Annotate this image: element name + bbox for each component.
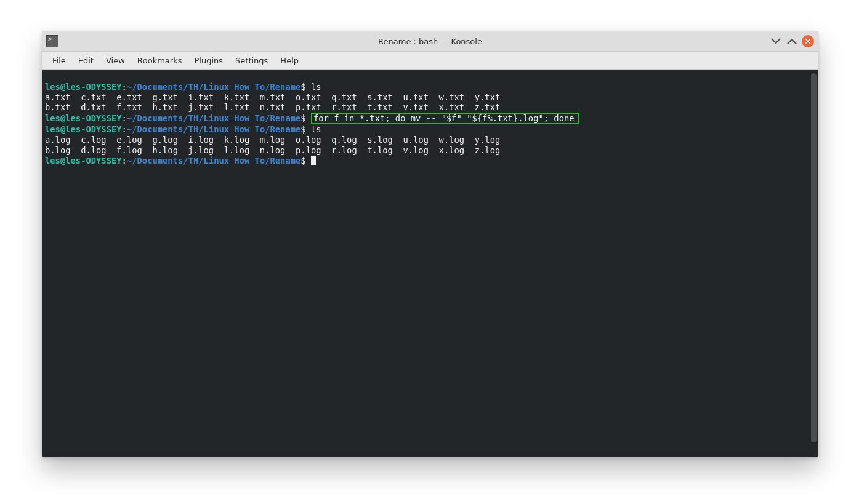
prompt-sep: : <box>122 82 127 92</box>
prompt-path: ~/Documents/TH/Linux How To/Rename <box>127 113 300 123</box>
cmd-ls-2: ls <box>311 124 321 134</box>
maximize-button[interactable] <box>786 35 798 47</box>
menu-help[interactable]: Help <box>274 56 305 65</box>
scrollbar[interactable] <box>811 73 817 442</box>
prompt-sep: : <box>122 156 127 166</box>
konsole-window: Rename : bash — Konsole File Edit View B… <box>42 31 818 458</box>
highlighted-command: for f in *.txt; do mv -- "$f" "${f%.txt}… <box>311 113 579 124</box>
prompt-path: ~/Documents/TH/Linux How To/Rename <box>127 156 300 166</box>
prompt-dollar: $ <box>300 156 305 166</box>
prompt-path: ~/Documents/TH/Linux How To/Rename <box>127 124 300 134</box>
terminal-area[interactable]: les@les-ODYSSEY:~/Documents/TH/Linux How… <box>42 70 818 457</box>
menu-plugins[interactable]: Plugins <box>188 56 229 65</box>
titlebar[interactable]: Rename : bash — Konsole <box>42 31 818 52</box>
chevron-down-icon <box>770 35 782 47</box>
prompt-userhost: les@les-ODYSSEY <box>45 124 122 134</box>
terminal-content[interactable]: les@les-ODYSSEY:~/Documents/TH/Linux How… <box>45 71 809 166</box>
window-title: Rename : bash — Konsole <box>42 37 818 46</box>
minimize-button[interactable] <box>770 35 782 47</box>
output-txt-row2: b.txt d.txt f.txt h.txt j.txt l.txt n.tx… <box>45 102 500 112</box>
chevron-up-icon <box>786 35 798 47</box>
prompt-sep: : <box>122 124 127 134</box>
prompt-path: ~/Documents/TH/Linux How To/Rename <box>127 82 300 92</box>
cmd-for-loop: for f in *.txt; do mv -- "$f" "${f%.txt}… <box>313 113 575 123</box>
menu-bookmarks[interactable]: Bookmarks <box>131 56 188 65</box>
cmd-ls-1: ls <box>311 82 321 92</box>
menubar: File Edit View Bookmarks Plugins Setting… <box>42 52 818 70</box>
window-controls <box>770 35 814 47</box>
output-txt-row1: a.txt c.txt e.txt g.txt i.txt k.txt m.tx… <box>45 92 500 102</box>
output-log-row1: a.log c.log e.log g.log i.log k.log m.lo… <box>45 135 500 145</box>
prompt-userhost: les@les-ODYSSEY <box>45 113 122 123</box>
prompt-userhost: les@les-ODYSSEY <box>45 82 122 92</box>
prompt-dollar: $ <box>300 113 305 123</box>
close-icon <box>805 38 811 44</box>
prompt-userhost: les@les-ODYSSEY <box>45 156 122 166</box>
menu-file[interactable]: File <box>46 56 72 65</box>
menu-settings[interactable]: Settings <box>229 56 274 65</box>
prompt-dollar: $ <box>300 124 305 134</box>
menu-edit[interactable]: Edit <box>72 56 100 65</box>
output-log-row2: b.log d.log f.log h.log j.log l.log n.lo… <box>45 145 500 155</box>
close-button[interactable] <box>802 35 814 47</box>
prompt-dollar: $ <box>300 82 305 92</box>
menu-view[interactable]: View <box>100 56 131 65</box>
prompt-sep: : <box>122 113 127 123</box>
cursor <box>311 156 316 165</box>
